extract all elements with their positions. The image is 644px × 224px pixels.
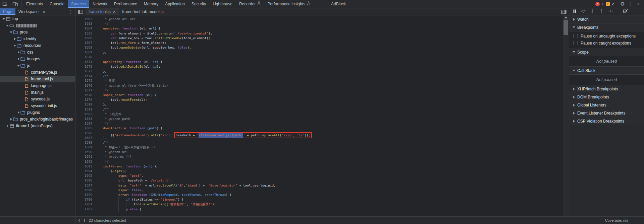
chevron-right-icon[interactable] — [9, 118, 13, 121]
line-number[interactable]: 1668 — [75, 45, 92, 50]
tree-item-resources[interactable]: resources — [0, 42, 75, 49]
chevron-down-icon[interactable] — [13, 45, 16, 47]
line-number[interactable]: 1684 — [75, 121, 92, 126]
warning-badge-icon[interactable]: ! — [606, 2, 610, 6]
chevron-right-icon[interactable] — [572, 104, 576, 106]
step-over-icon[interactable] — [581, 9, 586, 15]
panel-tab-network[interactable]: Network — [89, 0, 111, 8]
tree-item-content-type.js[interactable]: content-type.js — [0, 69, 75, 76]
chevron-right-icon[interactable] — [6, 125, 9, 127]
scrollbar-thumb[interactable] — [564, 20, 568, 35]
panel-tab-performance-insights[interactable]: Performance insights — [264, 0, 314, 8]
line-number[interactable]: 1702 — [75, 207, 92, 212]
line-number[interactable]: 1673 — [75, 69, 92, 74]
line-number[interactable]: 1675 — [75, 78, 92, 83]
chevron-right-icon[interactable] — [572, 88, 576, 90]
chevron-right-icon[interactable] — [13, 38, 16, 40]
line-number[interactable]: 1670 — [75, 55, 92, 60]
navigator-overflow-icon[interactable]: » — [42, 9, 47, 14]
line-number[interactable]: 1693 — [75, 164, 92, 169]
pause-script-icon[interactable] — [573, 9, 577, 15]
sidebar-section-csp-violation-breakpoints[interactable]: CSP Violation Breakpoints — [569, 117, 644, 125]
tree-item-images[interactable]: images — [0, 56, 75, 62]
panel-tab-memory[interactable]: Memory — [141, 0, 162, 8]
panel-tab-sources[interactable]: Sources — [68, 0, 89, 8]
chevron-down-icon[interactable] — [572, 70, 576, 71]
error-badge-icon[interactable]: ✕ — [595, 2, 600, 6]
line-number[interactable]: 1672 — [75, 64, 92, 69]
tree-item-syscode_init.js[interactable]: syscode_init.js — [0, 102, 75, 109]
sidebar-section-dom-breakpoints[interactable]: DOM Breakpoints — [569, 93, 644, 101]
checkbox-row-pause-on-caught-exceptions[interactable]: Pause on caught exceptions — [569, 40, 644, 47]
checkbox-row-pause-on-uncaught-exceptions[interactable]: Pause on uncaught exceptions — [569, 32, 644, 40]
tree-item-language.js[interactable]: language.js — [0, 82, 75, 89]
step-out-icon[interactable] — [599, 9, 604, 15]
error-count[interactable]: 1 — [602, 2, 604, 6]
line-number-gutter[interactable]: 1662166316641665166616671668166916701671… — [75, 17, 95, 212]
line-number[interactable]: 1701 — [75, 202, 92, 207]
line-number[interactable]: 1678 — [75, 93, 92, 97]
line-number[interactable]: 1669 — [75, 50, 92, 55]
line-number[interactable]: 1697 — [75, 183, 92, 188]
panel-tab-recorder[interactable]: Recorder — [236, 0, 264, 8]
code-content[interactable]: * @param url url */ openview: function (… — [95, 17, 563, 212]
chevron-down-icon[interactable] — [6, 25, 9, 26]
line-number[interactable]: 1663 — [75, 21, 92, 26]
line-number[interactable]: 1679 — [75, 97, 92, 102]
tree-item-iframe1--mainpage--[interactable]: iframe1 (mainPage/) — [0, 123, 75, 129]
checkbox-icon[interactable] — [574, 34, 578, 38]
sidebar-section-xhr-fetch-breakpoints[interactable]: XHR/fetch Breakpoints — [569, 85, 644, 93]
warning-count[interactable]: 2 — [612, 2, 614, 6]
sidebar-section-event-listener-breakpoints[interactable]: Event Listener Breakpoints — [569, 109, 644, 117]
line-number[interactable]: 1666 — [75, 36, 92, 41]
line-number[interactable]: 1689 — [75, 145, 92, 150]
line-number[interactable]: 1682 — [75, 112, 92, 117]
chevron-right-icon[interactable] — [17, 111, 20, 114]
panel-tab-application[interactable]: Application — [162, 0, 188, 8]
pretty-print-icon[interactable]: { } — [78, 218, 86, 223]
panel-tab-security[interactable]: Security — [188, 0, 209, 8]
toggle-navigator-icon[interactable] — [75, 8, 86, 15]
chevron-right-icon[interactable] — [572, 18, 576, 21]
sidebar-section-call-stack[interactable]: Call Stack — [569, 67, 644, 75]
navigator-tab-page[interactable]: Page — [0, 8, 15, 15]
settings-gear-icon[interactable]: ⚙ — [620, 1, 625, 7]
line-number[interactable]: 1681 — [75, 107, 92, 112]
line-number[interactable]: 1686 — [75, 131, 92, 136]
line-number[interactable]: 1690 — [75, 150, 92, 154]
tree-item-syscode.js[interactable]: syscode.js — [0, 96, 75, 102]
close-devtools-icon[interactable]: ✕ — [636, 2, 641, 6]
inspect-element-icon[interactable] — [0, 0, 10, 8]
tree-item-plugins[interactable]: plugins — [0, 109, 75, 116]
toggle-debugger-sidebar-icon[interactable] — [559, 8, 569, 15]
chevron-right-icon[interactable] — [572, 112, 576, 115]
chevron-right-icon[interactable] — [17, 51, 20, 54]
line-number[interactable]: 1700 — [75, 197, 92, 202]
tree-item-main.js[interactable]: main.js — [0, 89, 75, 96]
line-number[interactable]: 1698 — [75, 188, 92, 193]
editor-tab-frame-tool.js[interactable]: frame-tool.js✕ — [86, 8, 119, 15]
line-number[interactable]: 1674 — [75, 74, 92, 78]
line-number[interactable]: 1685 — [75, 126, 92, 131]
line-number[interactable]: 1683 — [75, 117, 92, 121]
chevron-down-icon[interactable] — [572, 26, 576, 28]
chevron-down-icon[interactable] — [572, 51, 576, 53]
line-number[interactable]: 1691 — [75, 154, 92, 159]
editor-tab-frame-tool-tab-model.js[interactable]: frame-tool-tab-model.js — [119, 8, 167, 15]
code-editor[interactable]: 1662166316641665166616671668166916701671… — [75, 15, 563, 216]
chevron-right-icon[interactable] — [572, 120, 576, 123]
tree-item-frame-tool.js[interactable]: frame-tool.js — [0, 76, 75, 82]
panel-tab-elements[interactable]: Elements — [23, 0, 46, 8]
tree-item-css[interactable]: css — [0, 49, 75, 56]
checkbox-icon[interactable] — [574, 41, 578, 45]
sidebar-section-global-listeners[interactable]: Global Listeners — [569, 101, 644, 109]
tree-item-pros[interactable]: pros — [0, 29, 75, 35]
step-into-icon[interactable] — [590, 9, 595, 15]
line-number[interactable]: 1692 — [75, 159, 92, 164]
line-number[interactable]: 1688 — [75, 140, 92, 145]
line-number[interactable]: 1694 — [75, 169, 92, 173]
chevron-down-icon[interactable] — [9, 31, 13, 33]
tree-item-js[interactable]: js — [0, 62, 75, 69]
deactivate-breakpoints-icon[interactable] — [623, 9, 628, 15]
sidebar-section-watch[interactable]: Watch — [569, 15, 644, 23]
